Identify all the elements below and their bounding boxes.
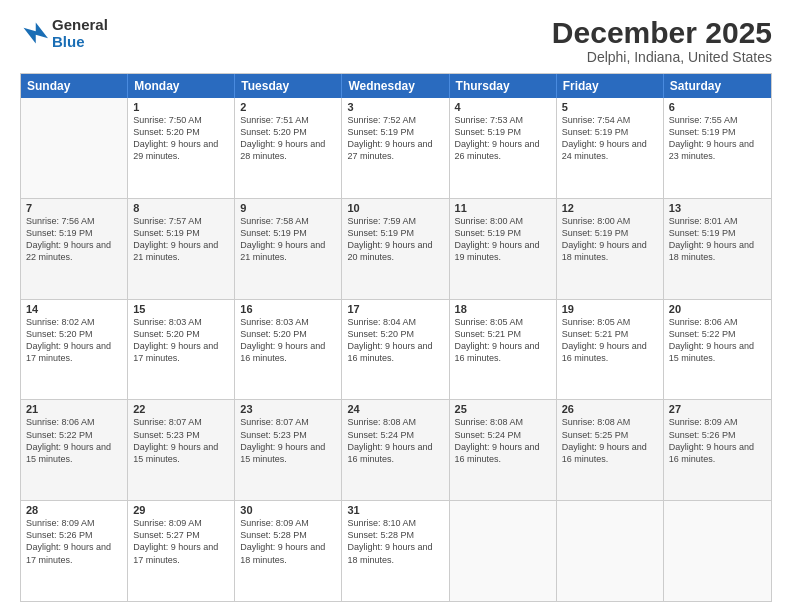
calendar-cell: 24Sunrise: 8:08 AMSunset: 5:24 PMDayligh… (342, 400, 449, 500)
calendar-cell: 4Sunrise: 7:53 AMSunset: 5:19 PMDaylight… (450, 98, 557, 198)
cell-info: Sunrise: 8:00 AMSunset: 5:19 PMDaylight:… (455, 215, 551, 264)
cell-date: 1 (133, 101, 229, 113)
calendar-cell (450, 501, 557, 601)
calendar-cell: 2Sunrise: 7:51 AMSunset: 5:20 PMDaylight… (235, 98, 342, 198)
cell-date: 23 (240, 403, 336, 415)
cell-date: 26 (562, 403, 658, 415)
cell-date: 20 (669, 303, 766, 315)
cell-info: Sunrise: 7:56 AMSunset: 5:19 PMDaylight:… (26, 215, 122, 264)
cell-info: Sunrise: 8:00 AMSunset: 5:19 PMDaylight:… (562, 215, 658, 264)
calendar-cell: 30Sunrise: 8:09 AMSunset: 5:28 PMDayligh… (235, 501, 342, 601)
calendar-cell: 25Sunrise: 8:08 AMSunset: 5:24 PMDayligh… (450, 400, 557, 500)
calendar-cell: 20Sunrise: 8:06 AMSunset: 5:22 PMDayligh… (664, 300, 771, 400)
cell-info: Sunrise: 8:08 AMSunset: 5:24 PMDaylight:… (347, 416, 443, 465)
calendar-row: 21Sunrise: 8:06 AMSunset: 5:22 PMDayligh… (21, 400, 771, 501)
calendar-cell: 11Sunrise: 8:00 AMSunset: 5:19 PMDayligh… (450, 199, 557, 299)
cell-date: 9 (240, 202, 336, 214)
calendar-cell: 27Sunrise: 8:09 AMSunset: 5:26 PMDayligh… (664, 400, 771, 500)
cell-date: 25 (455, 403, 551, 415)
calendar-day-header: Saturday (664, 74, 771, 98)
calendar-cell: 3Sunrise: 7:52 AMSunset: 5:19 PMDaylight… (342, 98, 449, 198)
cell-date: 5 (562, 101, 658, 113)
cell-date: 18 (455, 303, 551, 315)
cell-date: 28 (26, 504, 122, 516)
calendar-cell: 9Sunrise: 7:58 AMSunset: 5:19 PMDaylight… (235, 199, 342, 299)
cell-date: 30 (240, 504, 336, 516)
calendar-day-header: Sunday (21, 74, 128, 98)
calendar-day-header: Friday (557, 74, 664, 98)
calendar-day-header: Wednesday (342, 74, 449, 98)
page: General Blue December 2025 Delphi, India… (0, 0, 792, 612)
cell-date: 21 (26, 403, 122, 415)
cell-date: 15 (133, 303, 229, 315)
calendar-cell: 12Sunrise: 8:00 AMSunset: 5:19 PMDayligh… (557, 199, 664, 299)
svg-marker-0 (24, 23, 49, 44)
calendar-row: 1Sunrise: 7:50 AMSunset: 5:20 PMDaylight… (21, 98, 771, 199)
calendar-day-header: Tuesday (235, 74, 342, 98)
cell-info: Sunrise: 8:07 AMSunset: 5:23 PMDaylight:… (133, 416, 229, 465)
cell-date: 12 (562, 202, 658, 214)
cell-info: Sunrise: 8:06 AMSunset: 5:22 PMDaylight:… (26, 416, 122, 465)
cell-date: 31 (347, 504, 443, 516)
cell-info: Sunrise: 7:57 AMSunset: 5:19 PMDaylight:… (133, 215, 229, 264)
cell-info: Sunrise: 8:03 AMSunset: 5:20 PMDaylight:… (240, 316, 336, 365)
cell-date: 2 (240, 101, 336, 113)
calendar-cell: 19Sunrise: 8:05 AMSunset: 5:21 PMDayligh… (557, 300, 664, 400)
cell-date: 10 (347, 202, 443, 214)
cell-date: 17 (347, 303, 443, 315)
calendar-cell: 16Sunrise: 8:03 AMSunset: 5:20 PMDayligh… (235, 300, 342, 400)
calendar-cell: 17Sunrise: 8:04 AMSunset: 5:20 PMDayligh… (342, 300, 449, 400)
cell-info: Sunrise: 7:58 AMSunset: 5:19 PMDaylight:… (240, 215, 336, 264)
header: General Blue December 2025 Delphi, India… (20, 16, 772, 65)
cell-info: Sunrise: 8:08 AMSunset: 5:24 PMDaylight:… (455, 416, 551, 465)
cell-info: Sunrise: 8:09 AMSunset: 5:26 PMDaylight:… (26, 517, 122, 566)
cell-date: 19 (562, 303, 658, 315)
cell-date: 11 (455, 202, 551, 214)
cell-info: Sunrise: 8:09 AMSunset: 5:26 PMDaylight:… (669, 416, 766, 465)
cell-date: 27 (669, 403, 766, 415)
calendar-cell: 29Sunrise: 8:09 AMSunset: 5:27 PMDayligh… (128, 501, 235, 601)
calendar-cell: 13Sunrise: 8:01 AMSunset: 5:19 PMDayligh… (664, 199, 771, 299)
cell-date: 6 (669, 101, 766, 113)
cell-info: Sunrise: 8:09 AMSunset: 5:27 PMDaylight:… (133, 517, 229, 566)
cell-info: Sunrise: 8:02 AMSunset: 5:20 PMDaylight:… (26, 316, 122, 365)
cell-info: Sunrise: 8:06 AMSunset: 5:22 PMDaylight:… (669, 316, 766, 365)
calendar-cell: 1Sunrise: 7:50 AMSunset: 5:20 PMDaylight… (128, 98, 235, 198)
title-block: December 2025 Delphi, Indiana, United St… (552, 16, 772, 65)
calendar-cell: 10Sunrise: 7:59 AMSunset: 5:19 PMDayligh… (342, 199, 449, 299)
calendar-cell: 31Sunrise: 8:10 AMSunset: 5:28 PMDayligh… (342, 501, 449, 601)
logo: General Blue (20, 16, 108, 51)
cell-info: Sunrise: 7:54 AMSunset: 5:19 PMDaylight:… (562, 114, 658, 163)
cell-info: Sunrise: 8:05 AMSunset: 5:21 PMDaylight:… (455, 316, 551, 365)
cell-date: 4 (455, 101, 551, 113)
main-title: December 2025 (552, 16, 772, 49)
cell-info: Sunrise: 7:53 AMSunset: 5:19 PMDaylight:… (455, 114, 551, 163)
cell-info: Sunrise: 8:05 AMSunset: 5:21 PMDaylight:… (562, 316, 658, 365)
logo-icon (20, 19, 48, 47)
cell-date: 3 (347, 101, 443, 113)
cell-info: Sunrise: 8:03 AMSunset: 5:20 PMDaylight:… (133, 316, 229, 365)
cell-date: 13 (669, 202, 766, 214)
calendar-cell: 14Sunrise: 8:02 AMSunset: 5:20 PMDayligh… (21, 300, 128, 400)
cell-date: 16 (240, 303, 336, 315)
calendar-cell: 28Sunrise: 8:09 AMSunset: 5:26 PMDayligh… (21, 501, 128, 601)
calendar-day-header: Monday (128, 74, 235, 98)
calendar-body: 1Sunrise: 7:50 AMSunset: 5:20 PMDaylight… (21, 98, 771, 601)
calendar-cell (21, 98, 128, 198)
calendar-cell: 22Sunrise: 8:07 AMSunset: 5:23 PMDayligh… (128, 400, 235, 500)
calendar-cell: 8Sunrise: 7:57 AMSunset: 5:19 PMDaylight… (128, 199, 235, 299)
calendar-cell: 5Sunrise: 7:54 AMSunset: 5:19 PMDaylight… (557, 98, 664, 198)
cell-date: 29 (133, 504, 229, 516)
calendar-row: 28Sunrise: 8:09 AMSunset: 5:26 PMDayligh… (21, 501, 771, 601)
subtitle: Delphi, Indiana, United States (552, 49, 772, 65)
calendar-row: 14Sunrise: 8:02 AMSunset: 5:20 PMDayligh… (21, 300, 771, 401)
calendar-header: SundayMondayTuesdayWednesdayThursdayFrid… (21, 74, 771, 98)
cell-info: Sunrise: 7:51 AMSunset: 5:20 PMDaylight:… (240, 114, 336, 163)
cell-date: 7 (26, 202, 122, 214)
calendar-cell: 23Sunrise: 8:07 AMSunset: 5:23 PMDayligh… (235, 400, 342, 500)
logo-text: General Blue (52, 16, 108, 51)
calendar-cell: 15Sunrise: 8:03 AMSunset: 5:20 PMDayligh… (128, 300, 235, 400)
calendar-cell: 21Sunrise: 8:06 AMSunset: 5:22 PMDayligh… (21, 400, 128, 500)
calendar-cell (664, 501, 771, 601)
cell-info: Sunrise: 7:52 AMSunset: 5:19 PMDaylight:… (347, 114, 443, 163)
